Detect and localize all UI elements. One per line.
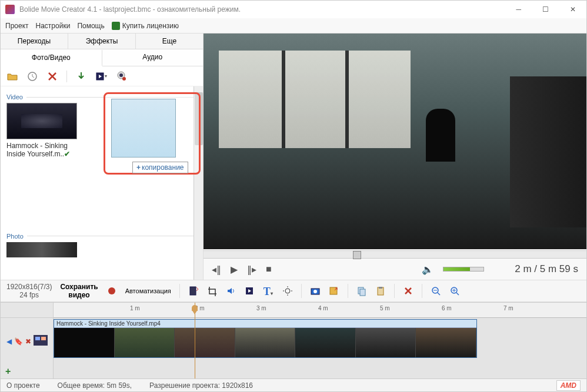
ruler-mark: 5 m [380,305,390,311]
svg-point-5 [108,287,115,294]
check-icon: ✔ [64,150,70,158]
ruler-mark: 4 m [318,305,328,311]
time-display: 2 m / 5 m 59 s [515,263,578,275]
copy-icon[interactable] [356,286,367,296]
clip-title: Hammock - Sinking Inside Yourself.mp4 [54,320,476,328]
menubar: Проект Настройки Помощь Купить лицензию [1,18,586,33]
ruler-mark: 3 m [256,305,266,311]
remove-icon[interactable] [403,286,413,296]
brightness-icon[interactable]: ▾ [282,286,293,296]
cut-icon[interactable] [188,286,199,296]
section-photo: Photo [6,233,199,240]
media-library: Video Hammock - Sinking Inside Yourself.… [1,86,203,280]
tab-audio[interactable]: Аудио [102,49,204,66]
prev-frame-button[interactable]: ◂‖ [212,264,221,275]
timeline-ruler[interactable]: 1 m 2 m 3 m 4 m 5 m 6 m 7 m [54,303,586,318]
media-panel: Переходы Эффекты Еще Фото/Видео Аудио ▾ … [1,33,204,280]
video-thumbnail[interactable] [6,103,77,139]
svg-line-26 [456,293,459,295]
status-total-time: Общее время: 5m 59s, [58,381,132,390]
buy-label: Купить лицензию [122,22,179,30]
track-mute-icon[interactable]: 🔖 [14,337,23,346]
crop-icon[interactable] [207,286,218,296]
ruler-mark: 6 m [442,305,452,311]
amd-badge: AMD [556,380,581,391]
zoom-out-icon[interactable] [431,286,441,296]
ruler-mark: 7 m [503,305,513,311]
menu-project[interactable]: Проект [5,22,29,30]
audio-icon[interactable]: ▾ [226,286,236,296]
copy-tooltip: +копирование [132,162,188,173]
timeline-track-headers: ◀ 🔖 ✖ + [1,303,54,378]
svg-rect-19 [379,287,382,289]
timeline-clip[interactable]: Hammock - Sinking Inside Yourself.mp4 [54,319,477,358]
export-image-icon[interactable] [329,286,339,296]
history-icon[interactable] [26,71,38,82]
svg-rect-28 [35,337,40,340]
timeline-tracks[interactable]: 1 m 2 m 3 m 4 m 5 m 6 m 7 m Hammock - Si… [54,303,586,378]
status-resolution: Разрешение проекта: 1920x816 [149,381,253,390]
import-down-icon[interactable] [75,71,87,82]
svg-point-14 [313,290,317,293]
paste-icon[interactable] [375,286,386,296]
automation-button[interactable]: Автоматизация [125,287,171,294]
clip-thumbnails [54,328,476,357]
drag-ghost-highlight: +копирование [104,92,201,175]
titlebar: Bolide Movie Creator 4.1 - lastproject.b… [1,1,586,18]
delete-icon[interactable] [46,71,58,82]
save-video-button[interactable]: Сохранитьвидео [60,283,98,300]
preview-panel: ◂‖ ▶ ‖▸ ■ 🔈 2 m / 5 m 59 s [204,33,586,280]
status-about[interactable]: О проекте [6,381,40,390]
play-button[interactable]: ▶ [231,264,238,275]
record-icon[interactable] [106,286,117,296]
zoom-in-icon[interactable] [449,286,460,296]
stop-button[interactable]: ■ [266,264,272,274]
scrub-bar[interactable] [204,250,586,259]
playhead[interactable] [195,303,195,378]
timeline: ◀ 🔖 ✖ + 1 m 2 m 3 m 4 m 5 m 6 m 7 m [1,302,586,378]
svg-rect-6 [190,287,196,295]
volume-icon[interactable]: 🔈 [422,264,433,275]
main-toolbar: 1920x816(7/3)24 fps Сохранитьвидео Автом… [1,280,586,302]
photo-thumbnail[interactable] [6,242,77,257]
add-track-button[interactable]: + [5,366,11,377]
webcam-icon[interactable] [115,71,127,82]
text-icon[interactable]: T▾ [264,286,274,296]
ruler-mark: 1 m [130,305,140,311]
tab-effects[interactable]: Эффекты [68,33,136,49]
drag-ghost-thumb[interactable] [111,99,176,158]
video-icon[interactable]: ▾ [245,286,255,296]
menu-help[interactable]: Помощь [77,22,104,30]
svg-rect-29 [41,337,46,340]
tab-more[interactable]: Еще [136,33,203,49]
tab-transitions[interactable]: Переходы [1,33,68,49]
svg-line-22 [438,293,440,295]
tab-photo-video[interactable]: Фото/Видео [1,50,102,66]
license-icon [112,22,120,30]
track-collapse-icon[interactable]: ◀ [6,337,12,346]
preview-viewport[interactable] [204,33,586,249]
filmstrip-icon [34,335,48,347]
volume-slider[interactable] [443,267,484,272]
svg-point-4 [122,77,126,81]
status-bar: О проекте Общее время: 5m 59s, Разрешени… [1,378,586,391]
preview-frame [204,33,586,249]
menu-buy-license[interactable]: Купить лицензию [112,22,179,30]
video-menu-icon[interactable]: ▾ [95,71,107,82]
svg-rect-17 [360,289,365,296]
video-clip-label: Hammock - Sinking Inside Yourself.m..✔ [6,142,83,159]
minimize-button[interactable]: ─ [510,3,527,16]
svg-rect-15 [330,287,337,294]
close-button[interactable]: ✕ [564,3,582,16]
svg-point-3 [119,73,123,77]
menu-settings[interactable]: Настройки [36,22,71,30]
track-delete-icon[interactable]: ✖ [25,337,31,346]
maximize-button[interactable]: ☐ [536,3,555,16]
open-folder-icon[interactable] [6,71,18,82]
svg-point-8 [285,289,290,293]
app-icon [5,5,15,14]
project-info: 1920x816(7/3)24 fps [6,283,52,300]
window-title: Bolide Movie Creator 4.1 - lastproject.b… [19,5,510,14]
snapshot-icon[interactable] [310,286,321,296]
next-frame-button[interactable]: ‖▸ [247,264,256,275]
